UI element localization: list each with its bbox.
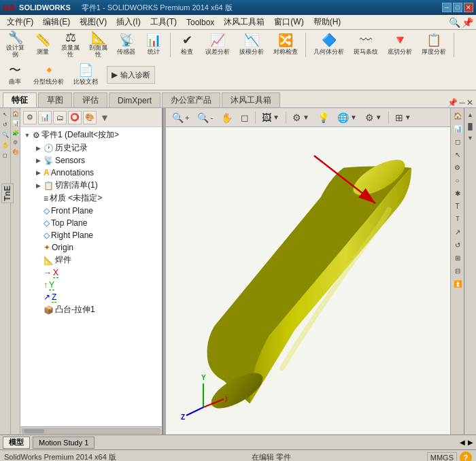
minimize-btn[interactable]: ─: [442, 3, 452, 12]
tb-check[interactable]: ✔ 检查: [175, 31, 199, 58]
lt-zoom-fit[interactable]: ◻: [1, 150, 10, 160]
tree-extrude[interactable]: 📦 凸台-拉伸1: [20, 303, 162, 316]
menu-file[interactable]: 文件(F): [3, 15, 37, 29]
vp-light[interactable]: 💡: [314, 110, 333, 125]
tree-y-axis[interactable]: ↑ Y: [20, 279, 162, 291]
menu-window[interactable]: 窗口(W): [270, 15, 307, 29]
expand-icon[interactable]: [34, 306, 42, 314]
expand-icon[interactable]: [34, 207, 42, 215]
tb-geometry[interactable]: 🔷 几何体分析: [310, 31, 347, 58]
rt-settings[interactable]: ⚙: [452, 161, 464, 173]
rt-grid2[interactable]: ⊟: [452, 264, 464, 277]
tb-section-properties[interactable]: 📐 剖面属性: [86, 31, 111, 58]
statusbar-units[interactable]: MMGS: [427, 452, 457, 462]
btm-tab-motion[interactable]: Motion Study 1: [33, 437, 95, 449]
tb-sensors[interactable]: 📡 传感器: [114, 31, 139, 58]
tree-cut-list[interactable]: ▶ 📋 切割清单(1): [20, 179, 162, 192]
ft-ls-features[interactable]: 🏠: [12, 109, 20, 118]
tb-zebra[interactable]: 〰 斑马条纹: [350, 31, 381, 58]
expand-icon[interactable]: ▼: [23, 131, 31, 139]
vp-zoom-in[interactable]: 🔍+: [169, 110, 192, 125]
expand-icon[interactable]: [34, 256, 42, 264]
tab-pin-icon[interactable]: 📌: [447, 98, 458, 107]
expand-icon[interactable]: [34, 269, 42, 277]
tab-close-icon[interactable]: ✕: [466, 98, 473, 107]
tree-sensors[interactable]: ▶ 📡 Sensors: [20, 154, 162, 167]
lt-select[interactable]: ↖: [1, 109, 10, 119]
menu-toolbox[interactable]: Toolbox: [182, 16, 218, 29]
statusbar-help[interactable]: ?: [460, 451, 472, 462]
vp-view[interactable]: 🖼 ▼: [258, 110, 283, 125]
tb-mass-properties[interactable]: ⚖ 质量属性: [58, 31, 83, 58]
tree-top-plane[interactable]: ◇ Top Plane: [20, 217, 162, 229]
tb-measure[interactable]: 📏 测量: [31, 31, 55, 58]
tb-compare[interactable]: 📄 比较文档: [70, 61, 101, 88]
vp-more[interactable]: ⊞ ▼: [392, 110, 415, 125]
rt-text2[interactable]: Ｔ: [452, 213, 464, 225]
tree-root[interactable]: ▼ ⚙ 零件1 (Default<按加>: [20, 129, 162, 141]
ft-tb-settings[interactable]: ⚙: [23, 111, 37, 124]
tb-thickness[interactable]: 📋 厚度分析: [418, 31, 449, 58]
rt-chart[interactable]: 📊: [452, 122, 464, 135]
ft-tb-chart[interactable]: 📊: [38, 111, 52, 124]
menu-insert[interactable]: 插入(I): [112, 15, 144, 29]
tree-front-plane[interactable]: ◇ Front Plane: [20, 205, 162, 217]
lt-pan[interactable]: ✋: [1, 140, 10, 150]
tree-z-axis[interactable]: ↗ Z: [20, 291, 162, 303]
expand-icon[interactable]: ▶: [34, 182, 42, 190]
tree-history[interactable]: ▶ 🕐 历史记录: [20, 141, 162, 154]
tab-minimize-icon[interactable]: ─: [459, 98, 465, 107]
lt-zoom-area[interactable]: 🔍: [1, 130, 10, 139]
ft-ls-config[interactable]: ⚙: [12, 138, 20, 146]
ft-tb-circle[interactable]: ⭕: [68, 111, 82, 124]
rt-arrow[interactable]: ↗: [452, 226, 464, 238]
titlebar-controls[interactable]: ─ □ ✕: [442, 3, 473, 12]
tb-undercut[interactable]: 🔻 底切分析: [384, 31, 415, 58]
expand-icon[interactable]: ▶: [34, 169, 42, 177]
maximize-btn[interactable]: □: [453, 3, 462, 12]
vp-settings3[interactable]: ⚙ ▼: [362, 110, 386, 125]
tree-material[interactable]: ≡ 材质 <未指定>: [20, 192, 162, 205]
ft-filter-icon[interactable]: ▼: [98, 111, 112, 124]
tb-curvature[interactable]: 〜 曲率: [3, 61, 27, 88]
expand-icon[interactable]: ▶: [34, 156, 42, 165]
ft-scroll-track[interactable]: [22, 428, 160, 434]
tb-parting[interactable]: 🔸 分型线分析: [30, 61, 67, 88]
ft-tb-folder[interactable]: 🗂: [53, 111, 67, 124]
lt-rotate[interactable]: ↺: [1, 120, 10, 129]
vp-settings1[interactable]: ⚙ ▼: [289, 110, 313, 125]
tab-evaluate[interactable]: 评估: [73, 92, 107, 107]
rt-home[interactable]: 🏠: [452, 109, 464, 122]
fr-up[interactable]: ▲: [465, 109, 476, 120]
expand-icon[interactable]: [34, 293, 42, 301]
ft-tb-color[interactable]: 🎨: [83, 111, 97, 124]
rt-circle[interactable]: ○: [452, 174, 464, 186]
tree-annotations[interactable]: ▶ A Annotations: [20, 167, 162, 179]
ft-ls-parts[interactable]: 🧩: [12, 129, 20, 137]
tb-statistics[interactable]: 📊 统计: [141, 31, 166, 58]
rt-cursor[interactable]: ↖: [452, 148, 464, 160]
menu-edit[interactable]: 编辑(E): [39, 15, 74, 29]
menu-tools[interactable]: 工具(T): [146, 15, 181, 29]
ft-scrollbar[interactable]: [20, 426, 162, 434]
tab-features[interactable]: 特征: [3, 92, 37, 107]
tab-office[interactable]: 办公室产品: [162, 92, 220, 107]
menu-help[interactable]: 帮助(H): [309, 15, 345, 29]
expand-icon[interactable]: [34, 281, 42, 289]
menu-view[interactable]: 视图(V): [75, 15, 111, 29]
vp-settings2[interactable]: 🌐 ▼: [334, 110, 360, 125]
tb-symmetry[interactable]: 🔀 对称检查: [270, 31, 301, 58]
ft-ls-chart[interactable]: 📊: [12, 119, 20, 127]
rt-star[interactable]: ✱: [452, 187, 464, 199]
ft-ls-display[interactable]: 🎨: [12, 148, 20, 156]
tree-x-axis[interactable]: → X: [20, 267, 162, 279]
rt-grid[interactable]: ⊞: [452, 252, 464, 264]
vp-box[interactable]: ◻: [237, 110, 252, 125]
tree-weld[interactable]: 📐 焊件: [20, 254, 162, 267]
tab-sketch[interactable]: 草图: [38, 92, 72, 107]
viewport[interactable]: 🔍+ 🔍- ✋ ◻ 🖼 ▼ ⚙ ▼ 💡 🌐 ▼ ⚙ ▼ ⊞ ▼: [166, 108, 450, 434]
btm-tab-model[interactable]: 模型: [3, 437, 30, 449]
rt-scroll[interactable]: ⏫: [452, 277, 464, 290]
menu-pin-icon[interactable]: 📌: [462, 17, 473, 28]
tb-design-study[interactable]: 🔧 设计算例: [3, 31, 28, 58]
